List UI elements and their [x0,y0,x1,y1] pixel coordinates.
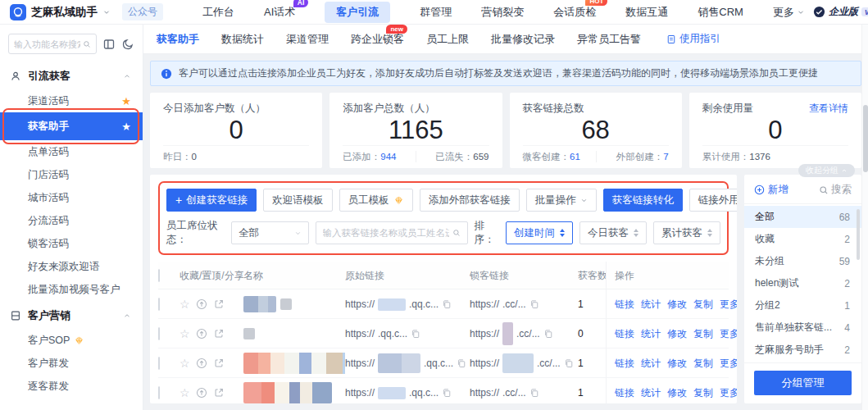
nav-item-data-exchange[interactable]: 数据互通 [625,5,668,20]
sidebar-item[interactable]: 城市活码 [0,186,143,209]
action-more[interactable]: 更多 [720,357,737,371]
sidebar-item[interactable]: 好友来源欢迎语 [0,255,143,278]
sidebar-item[interactable]: 门店活码 [0,163,143,186]
favorite-star-icon[interactable]: ☆ [180,298,190,310]
group-item[interactable]: 售前单独获客链...4 [744,317,861,339]
external-use-button[interactable]: 链接外用 [689,189,737,212]
action-stats[interactable]: 统计 [641,386,661,400]
action-edit[interactable]: 修改 [667,357,687,371]
nav-item-more[interactable]: 更多 [773,5,805,20]
tab-batch-modify-log[interactable]: 批量修改记录 [491,32,555,47]
copy-icon[interactable] [457,358,466,368]
favorite-star-icon[interactable]: ★ [121,95,131,107]
pin-top-icon[interactable] [196,358,207,369]
copy-icon[interactable] [529,388,539,398]
row-checkbox[interactable] [158,386,160,399]
action-copy[interactable]: 复制 [693,386,713,400]
external-created-link[interactable]: 7 [663,152,668,162]
layout-board-icon[interactable] [102,38,116,51]
nav-item-sales-crm[interactable]: 销售CRM [698,5,743,20]
sidebar-search-box[interactable] [8,34,97,54]
share-external-icon[interactable] [213,298,225,310]
add-group-button[interactable]: 新增 [754,183,788,197]
batch-actions-dropdown[interactable]: 批量操作 [526,189,597,212]
sidebar-item[interactable]: 分流活码 [0,209,143,232]
group-item[interactable]: helen测试2 [744,272,861,294]
action-link[interactable]: 链接 [615,386,634,400]
sort-by-create-time[interactable]: 创建时间 [506,221,573,244]
favorite-star-icon[interactable]: ☆ [180,358,190,369]
copy-icon[interactable] [411,329,420,339]
copy-icon[interactable] [442,388,452,398]
copy-icon[interactable] [543,329,553,339]
select-all-checkbox[interactable] [158,269,160,282]
view-details-link[interactable]: 查看详情 [809,102,848,116]
row-checkbox[interactable] [158,327,160,340]
favorite-star-icon[interactable]: ☆ [180,328,190,339]
pin-top-icon[interactable] [196,328,207,339]
action-copy[interactable]: 复制 [693,327,713,341]
sort-by-today-customers[interactable]: 今日获客 [579,221,647,244]
create-link-button[interactable]: +创建获客链接 [166,189,257,212]
nav-item-chat-inspection[interactable]: 会话质检HOT [553,5,596,20]
sidebar-section-acquisition[interactable]: 引流获客 [0,61,143,89]
group-item-all[interactable]: 全部68 [744,206,861,228]
sidebar-item-active[interactable]: 获客助手 ★ [0,112,143,140]
welcome-template-button[interactable]: 欢迎语模板 [263,189,333,212]
favorite-star-icon[interactable]: ★ [121,121,131,133]
group-item[interactable]: 分组21 [744,294,861,317]
action-more[interactable]: 更多 [720,298,737,312]
row-checkbox[interactable] [158,357,160,370]
added-count-link[interactable]: 944 [380,152,396,162]
copy-icon[interactable] [442,299,452,309]
sidebar-item[interactable]: 批量添加视频号客户 [0,278,143,301]
action-stats[interactable]: 统计 [641,357,661,371]
dark-mode-moon-icon[interactable] [121,38,134,51]
sidebar-item[interactable]: 客户SOP [0,329,143,352]
share-external-icon[interactable] [213,387,225,399]
link-search-input[interactable] [323,228,449,238]
action-link[interactable]: 链接 [615,298,634,312]
scrollbar-thumb[interactable] [863,105,868,172]
sidebar-item[interactable]: 点单活码 [0,140,143,163]
action-stats[interactable]: 统计 [641,327,661,341]
window-scrollbar[interactable] [861,25,868,410]
wechat-created-link[interactable]: 61 [570,152,580,162]
nav-item-marketing-fission[interactable]: 营销裂变 [481,5,524,20]
share-external-icon[interactable] [213,328,225,339]
action-link[interactable]: 链接 [615,357,634,371]
action-copy[interactable]: 复制 [693,298,713,312]
action-more[interactable]: 更多 [720,327,737,341]
tab-staff-limit[interactable]: 员工上限 [426,32,469,47]
sort-by-total-customers[interactable]: 累计获客 [653,221,720,244]
group-item[interactable]: 未分组59 [744,250,861,272]
share-external-icon[interactable] [213,358,225,369]
manage-groups-button[interactable]: 分组管理 [754,371,852,395]
brand-chevron-down-icon[interactable] [102,8,111,16]
copy-icon[interactable] [529,299,539,309]
group-item[interactable]: 芝麻服务号助手2 [744,339,861,361]
action-more[interactable]: 更多 [720,386,737,400]
nav-item-group-management[interactable]: 群管理 [420,5,452,20]
action-stats[interactable]: 统计 [641,298,661,312]
sidebar-item[interactable]: 逐客群发 [0,375,143,398]
action-edit[interactable]: 修改 [667,386,687,400]
brand[interactable]: 芝麻私域助手 [10,4,111,20]
action-edit[interactable]: 修改 [667,298,687,312]
action-edit[interactable]: 修改 [667,327,687,341]
action-copy[interactable]: 复制 [693,357,713,371]
link-conversion-button[interactable]: 获客链接转化 [603,189,683,212]
add-external-link-button[interactable]: 添加外部获客链接 [420,189,520,212]
tab-acquisition-assistant[interactable]: 获客助手 [157,32,199,47]
sidebar-item[interactable]: 锁客活码 [0,232,143,255]
tab-abnormal-staff-alert[interactable]: 异常员工告警 [577,32,641,47]
sidebar-search-input[interactable] [14,39,80,49]
copy-icon[interactable] [564,358,574,368]
tab-channel-management[interactable]: 渠道管理 [286,32,329,47]
sidebar-item[interactable]: 渠道活码 ★ [0,89,143,112]
seat-status-select[interactable]: 全部 [231,221,308,244]
nav-item-workbench[interactable]: 工作台 [202,5,234,20]
nav-item-ai-script[interactable]: AI话术AI [264,5,295,20]
staff-template-button[interactable]: 员工模板 [339,189,413,212]
usage-guide-link[interactable]: 使用指引 [666,32,720,46]
